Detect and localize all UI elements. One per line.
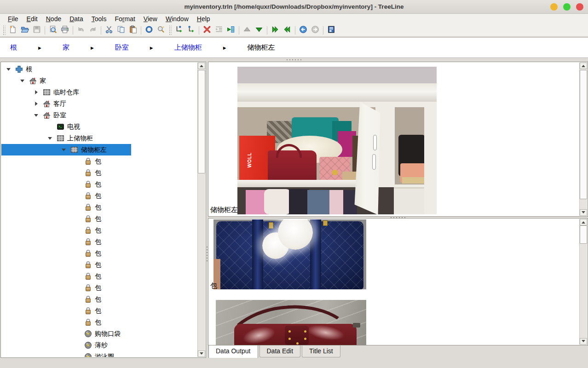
tree-item-包[interactable]: 包: [1, 155, 197, 167]
tree-item-上储物柜[interactable]: 上储物柜: [1, 132, 197, 144]
search-button[interactable]: [155, 25, 167, 36]
tree-item-包[interactable]: 包: [1, 247, 197, 259]
tree-item-包[interactable]: 包: [1, 213, 197, 224]
go-back-icon: [299, 25, 307, 35]
menu-help[interactable]: Help: [193, 15, 214, 23]
horizontal-splitter[interactable]: [0, 58, 588, 62]
close-button[interactable]: [576, 3, 583, 11]
new-file-button[interactable]: [7, 25, 19, 36]
closet-photo: WOLL: [237, 67, 437, 214]
tree-item-储物柜左[interactable]: 储物柜左: [1, 144, 197, 155]
go-back-button[interactable]: [297, 25, 309, 36]
go-forward-button[interactable]: [309, 25, 321, 36]
tree-item-包[interactable]: 包: [1, 236, 197, 247]
tree-item-包[interactable]: 包: [1, 305, 197, 316]
scrollbar-thumb[interactable]: [580, 225, 587, 244]
expander-expanded-icon[interactable]: [33, 113, 43, 118]
move-up-button[interactable]: [241, 25, 253, 36]
breadcrumb-link[interactable]: 卧室: [115, 43, 129, 52]
tree-item-客厅[interactable]: 客厅: [1, 98, 197, 109]
scrollbar-thumb[interactable]: [580, 70, 587, 199]
tree-item-包[interactable]: 包: [1, 201, 197, 213]
scroll-up-icon[interactable]: [198, 63, 205, 69]
open-file-button[interactable]: [19, 25, 31, 36]
insert-child-node-button[interactable]: [185, 25, 197, 36]
insert-sibling-node-button[interactable]: [173, 25, 185, 36]
toggle-layout-button[interactable]: [325, 25, 337, 36]
search-icon: [157, 25, 165, 35]
indent-node-button[interactable]: [213, 25, 225, 36]
menu-format[interactable]: Format: [110, 15, 139, 23]
tree-item-label: 包: [95, 169, 101, 177]
tab-data-edit[interactable]: Data Edit: [259, 345, 301, 357]
menu-node[interactable]: Node: [42, 15, 65, 23]
tree-item-包[interactable]: 包: [1, 282, 197, 293]
cut-button[interactable]: [103, 25, 115, 36]
breadcrumb-link[interactable]: 根: [10, 43, 17, 52]
scroll-up-icon[interactable]: [580, 219, 587, 225]
expander-expanded-icon[interactable]: [60, 147, 70, 152]
find-button[interactable]: [143, 25, 155, 36]
scroll-down-icon[interactable]: [580, 209, 587, 216]
toolbar-handle[interactable]: [2, 25, 6, 35]
breadcrumb-link[interactable]: 上储物柜: [174, 43, 202, 52]
undo-button[interactable]: [75, 25, 87, 36]
tree-item-包[interactable]: 包: [1, 316, 197, 328]
tree-item-包[interactable]: 包: [1, 224, 197, 236]
scroll-down-icon[interactable]: [580, 338, 587, 345]
scroll-down-icon[interactable]: [198, 351, 205, 357]
scroll-up-icon[interactable]: [580, 63, 587, 69]
grid-icon: [70, 146, 79, 154]
tree-item-电视[interactable]: 电视: [1, 121, 197, 132]
indent-node-icon: [215, 25, 223, 35]
unindent-node-button[interactable]: [225, 25, 237, 36]
menu-data[interactable]: Data: [65, 15, 87, 23]
maximize-button[interactable]: [563, 3, 571, 11]
tree-item-包[interactable]: 包: [1, 167, 197, 178]
move-down-button[interactable]: [253, 25, 265, 36]
tree-item-卧室[interactable]: 卧室: [1, 109, 197, 121]
output-scrollbar-top[interactable]: [579, 63, 587, 216]
expander-expanded-icon[interactable]: [46, 136, 57, 141]
tree-item-包[interactable]: 包: [1, 259, 197, 270]
minimize-button[interactable]: [550, 3, 558, 11]
cut-icon: [105, 25, 113, 35]
expander-expanded-icon[interactable]: [19, 78, 29, 83]
print-preview-button[interactable]: [47, 25, 59, 36]
breadcrumb-link[interactable]: 家: [63, 43, 69, 52]
paste-button[interactable]: [127, 25, 139, 36]
tree-item-包[interactable]: 包: [1, 270, 197, 282]
tree-item-家[interactable]: 家: [1, 75, 197, 86]
menu-file[interactable]: File: [4, 15, 23, 23]
tree-item-购物口袋[interactable]: 购物口袋: [1, 328, 197, 339]
tab-data-output[interactable]: Data Output: [208, 345, 258, 359]
tree-item-游泳圈[interactable]: 游泳圈: [1, 351, 197, 357]
toolbar-handle[interactable]: [168, 25, 172, 35]
tree-item-label: 卧室: [53, 111, 66, 120]
delete-node-button[interactable]: [201, 25, 213, 36]
tree-item-临时仓库[interactable]: 临时仓库: [1, 86, 197, 98]
tree-item-薄纱[interactable]: 薄纱: [1, 339, 197, 351]
tree-item-包[interactable]: 包: [1, 190, 197, 201]
menu-view[interactable]: View: [139, 15, 161, 23]
expander-expanded-icon[interactable]: [5, 67, 15, 72]
expander-collapsed-icon[interactable]: [33, 90, 43, 95]
expander-collapsed-icon[interactable]: [33, 101, 43, 106]
tree-panel: 根家临时仓库客厅卧室电视上储物柜储物柜左包包包包包包包包包包包包包包包购物口袋薄…: [0, 62, 206, 358]
output-scrollbar-bottom[interactable]: [579, 219, 587, 345]
save-file-button[interactable]: [31, 25, 43, 36]
tree-item-根[interactable]: 根: [1, 63, 197, 75]
scrollbar-thumb[interactable]: [198, 70, 205, 173]
menu-tools[interactable]: Tools: [87, 15, 111, 23]
menu-window[interactable]: Window: [161, 15, 193, 23]
redo-button[interactable]: [87, 25, 99, 36]
menu-edit[interactable]: Edit: [23, 15, 42, 23]
tree-scrollbar[interactable]: [197, 63, 205, 357]
next-node-button[interactable]: [269, 25, 281, 36]
tree-item-包[interactable]: 包: [1, 178, 197, 190]
print-button[interactable]: [59, 25, 71, 36]
tab-title-list[interactable]: Title List: [302, 345, 340, 357]
copy-button[interactable]: [115, 25, 127, 36]
previous-node-button[interactable]: [281, 25, 293, 36]
tree-item-包[interactable]: 包: [1, 293, 197, 305]
